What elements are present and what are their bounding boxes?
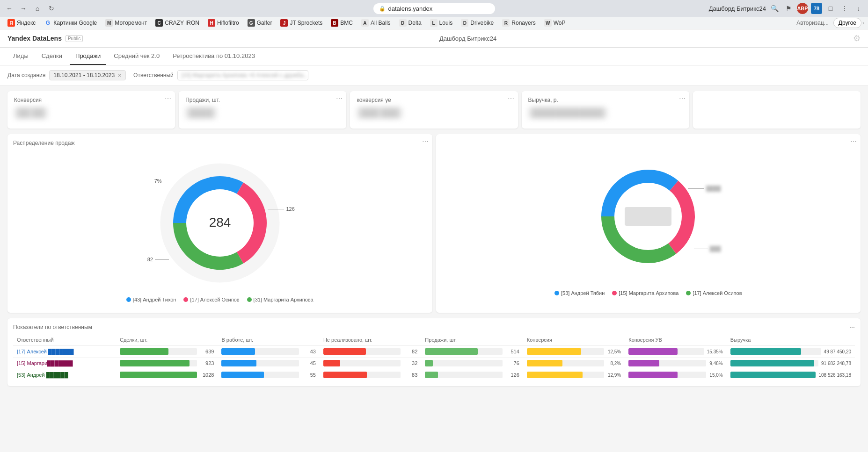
legend-right-item-2: [15] Маргарита Архипова xyxy=(612,290,678,296)
bmc-icon: B xyxy=(331,19,338,27)
datalens-logo: Yandex DataLens xyxy=(7,35,62,42)
cell-v-rabote: 45 xyxy=(218,358,319,369)
table-menu[interactable]: ⋯ xyxy=(849,324,855,330)
bookmark-button[interactable]: ⚑ xyxy=(783,3,794,14)
cell-konv: 12,5% xyxy=(523,346,625,358)
profile-button[interactable]: ABP xyxy=(797,3,808,14)
bookmark-drivebike[interactable]: D Drivebike xyxy=(457,18,497,28)
bookmark-delta[interactable]: D Delta xyxy=(395,18,425,28)
annotation-right-1: ████ xyxy=(688,186,721,191)
date-filter-label: Дата создания xyxy=(7,72,45,79)
bookmark-louis[interactable]: L Louis xyxy=(426,18,457,28)
kpi-vyruchka-menu[interactable]: ⋯ xyxy=(679,95,686,102)
extensions-button[interactable]: 78 xyxy=(811,3,822,14)
yandex-icon: Я xyxy=(7,19,15,27)
other-bookmarks-button[interactable]: Другое xyxy=(833,18,861,28)
date-filter-value[interactable]: 18.10.2021 - 18.10.2023 ✕ xyxy=(49,70,126,80)
legend-item-2: [17] Алексей Осипов xyxy=(183,297,239,302)
bookmark-allballs[interactable]: A All Balls xyxy=(357,18,394,28)
search-button[interactable]: 🔍 xyxy=(769,3,780,14)
back-button[interactable]: ← xyxy=(4,3,15,14)
data-table: Ответственный Сделки, шт. В работе, шт. … xyxy=(13,334,855,380)
more-button[interactable]: ⋮ xyxy=(839,3,850,14)
jt-icon: J xyxy=(280,19,288,27)
legend-right-dot-green xyxy=(686,291,691,295)
cell-konv-uv: 15,35% xyxy=(625,346,726,358)
legend-dot-green xyxy=(247,297,252,302)
chart-right-menu[interactable]: ⋯ xyxy=(850,138,857,145)
galfer-icon: G xyxy=(248,19,255,27)
bookmark-jt-sprockets[interactable]: J JT Sprockets xyxy=(277,18,326,28)
donut-right-container: ████ ███ [53] Андрей Тябин xyxy=(442,142,855,301)
louis-icon: L xyxy=(430,19,438,27)
cell-sdelki: 639 xyxy=(116,346,218,358)
col-konv: Конверсия xyxy=(523,334,625,346)
dashboard-title-header: Дашборд Битрикс24 xyxy=(87,35,849,42)
crazy-iron-icon: C xyxy=(155,19,163,27)
chart-card-right: ⋯ xyxy=(436,134,861,313)
filters-row: Дата создания 18.10.2021 - 18.10.2023 ✕ … xyxy=(0,65,868,86)
col-vyruchka: Выручка xyxy=(727,334,855,346)
bookmark-crazy-iron[interactable]: C CRAZY IRON xyxy=(152,18,203,28)
settings-icon[interactable]: ⚙ xyxy=(853,33,861,43)
tabs-button[interactable]: □ xyxy=(825,3,836,14)
kpi-prodazhi-title: Продажи, шт. xyxy=(185,97,340,103)
legend-right-item-3: [17] Алексей Осипов xyxy=(686,290,742,296)
annotation-82: 82 xyxy=(147,257,169,262)
forward-button[interactable]: → xyxy=(18,3,29,14)
download-button[interactable]: ↓ xyxy=(853,3,864,14)
allballs-icon: A xyxy=(361,19,369,27)
bookmark-motoremount[interactable]: М Моторемонт xyxy=(102,18,151,28)
cell-konv: 8,2% xyxy=(523,358,625,369)
datalens-header: Yandex DataLens Public Дашборд Битрикс24… xyxy=(0,29,868,48)
table-card: Показатели по ответственным ⋯ Ответствен… xyxy=(7,318,861,386)
responsible-filter-dropdown[interactable]: [15] Маргарита Архипова +6 Алексей с дру… xyxy=(177,70,308,80)
bookmarks-bar: Я Яндекс G Картинки Google М Моторемонт … xyxy=(0,17,868,29)
cell-vyruchka: 49 87 450,20 xyxy=(727,346,855,358)
annotation-7pct: 7% xyxy=(154,178,162,184)
table-row: [53] Андрей ██████1028558312612,9%15,0%1… xyxy=(13,369,855,381)
cell-ne-real: 82 xyxy=(320,346,421,358)
col-responsible: Ответственный xyxy=(13,334,116,346)
tab-prodazhi[interactable]: Продажи xyxy=(70,48,106,65)
kpi-prodazhi-menu[interactable]: ⋯ xyxy=(336,95,343,102)
bookmark-wop[interactable]: W WoP xyxy=(540,18,569,28)
bookmark-galfer[interactable]: G Galfer xyxy=(244,18,276,28)
kpi-konversiya-menu[interactable]: ⋯ xyxy=(165,95,171,102)
tab-sredny-check[interactable]: Средний чек 2.0 xyxy=(108,48,165,65)
tab-lidy[interactable]: Лиды xyxy=(7,48,34,65)
legend-right-dot-red xyxy=(612,291,617,295)
chart-left-menu[interactable]: ⋯ xyxy=(422,138,429,145)
home-button[interactable]: ⌂ xyxy=(32,3,43,14)
bookmark-yandex[interactable]: Я Яндекс xyxy=(4,18,39,28)
donut-left-legend: [43] Андрей Тихон [17] Алексей Осипов [3… xyxy=(126,297,314,302)
cell-v-rabote: 55 xyxy=(218,369,319,381)
bookmark-bmc[interactable]: B BMC xyxy=(327,18,357,28)
svg-rect-4 xyxy=(625,207,671,226)
cell-vyruchka: 91 682 248,78 xyxy=(727,358,855,369)
date-filter-clear[interactable]: ✕ xyxy=(117,72,122,79)
tab-retrospective[interactable]: Ретроспектива по 01.10.2023 xyxy=(167,48,261,65)
kpi-konversiya-ue-menu[interactable]: ⋯ xyxy=(508,95,514,102)
address-bar[interactable]: 🔒 datalens.yandex xyxy=(373,3,495,14)
donut-left-svg: 284 xyxy=(150,153,290,293)
kpi-konversiya-title: Конверсия xyxy=(14,97,168,103)
tab-sdelki[interactable]: Сделки xyxy=(36,48,68,65)
donut-right-wrapper: ████ ███ xyxy=(578,146,718,287)
bookmark-hiflofiltro[interactable]: H Hiflofiltro xyxy=(204,18,243,28)
bookmark-google-images[interactable]: G Картинки Google xyxy=(40,18,101,28)
kpi-konversiya-value: ██ ██ xyxy=(14,107,48,119)
annotation-right-2: ███ xyxy=(694,246,721,251)
legend-item-1: [43] Андрей Тихон xyxy=(126,297,176,302)
col-prodazhi: Продажи, шт. xyxy=(421,334,523,346)
tabs-bar: Лиды Сделки Продажи Средний чек 2.0 Ретр… xyxy=(0,48,868,65)
delta-icon: D xyxy=(399,19,407,27)
bookmark-ronayers[interactable]: R Ronayers xyxy=(498,18,539,28)
hide-bookmarks-button[interactable]: › xyxy=(862,20,864,26)
lock-icon: 🔒 xyxy=(379,6,386,12)
responsible-filter-group: Ответственный [15] Маргарита Архипова +6… xyxy=(133,70,308,80)
date-filter-group: Дата создания 18.10.2021 - 18.10.2023 ✕ xyxy=(7,70,126,80)
cell-responsible: [17] Алексей ███████ xyxy=(13,346,116,358)
refresh-button[interactable]: ↻ xyxy=(46,3,57,14)
cell-konv-uv: 15,0% xyxy=(625,369,726,381)
